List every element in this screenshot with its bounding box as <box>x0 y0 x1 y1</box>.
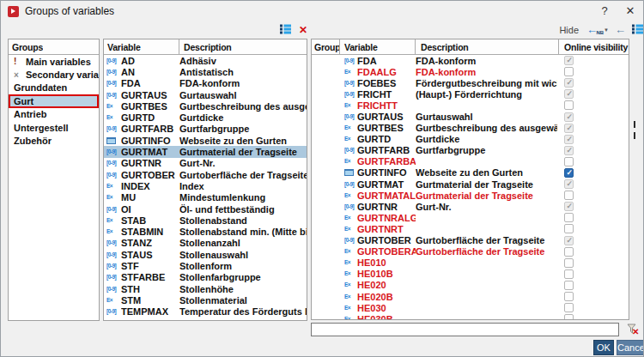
group-variable-row[interactable]: [0-9]FDAFDA-konform <box>312 55 629 66</box>
group-variable-row[interactable]: E×FRICHTT <box>312 100 629 111</box>
online-visibility-checkbox[interactable] <box>564 247 574 257</box>
online-visibility-checkbox[interactable] <box>564 89 574 99</box>
variable-row[interactable]: E×GURTBESGurtbeschreibung des ausgewählt… <box>104 100 307 112</box>
online-visibility-cell <box>557 157 629 166</box>
online-visibility-checkbox[interactable] <box>564 281 574 290</box>
online-visibility-checkbox[interactable] <box>564 258 574 268</box>
group-variable-row[interactable]: E×GURTNRALG <box>312 212 629 223</box>
move-left-nb-icon[interactable]: ←NB <box>586 25 598 35</box>
online-visibility-checkbox[interactable] <box>564 135 574 144</box>
online-visibility-checkbox[interactable] <box>564 314 574 319</box>
filter-input[interactable] <box>311 323 619 336</box>
group-variable-row[interactable]: [0-9]FOEBESFördergutbeschreibung mit wic… <box>312 77 629 88</box>
online-visibility-checkbox[interactable] <box>564 100 574 110</box>
variable-row[interactable]: [0-9]TEMPMAXTemperatur des Förderguts bi… <box>104 306 307 318</box>
online-visibility-checkbox[interactable] <box>564 191 574 200</box>
online-visibility-checkbox[interactable] <box>564 157 574 166</box>
close-button[interactable]: ✕ <box>617 1 643 21</box>
group-variable-row[interactable]: E×GURTBESGurtbeschreibung des ausgewählt… <box>312 123 629 134</box>
variable-row[interactable]: [0-9]STFARBEStollenfarbgruppe <box>104 272 307 283</box>
variable-row[interactable]: E×STABMINStollenabstand min. (Mitte bis … <box>104 226 307 237</box>
group-variable-row[interactable]: E×HE030 <box>312 302 629 313</box>
group-variable-row[interactable]: E×HE010 <box>312 257 629 269</box>
group-variable-row[interactable]: E×HE020 <box>312 280 629 291</box>
variable-row[interactable]: [0-9]STAUSStollenauswahl <box>104 249 307 260</box>
variable-row[interactable]: [0-9]STANZStollenanzahl <box>104 238 307 249</box>
variable-row[interactable]: GURTINFOWebseite zu den Gurten <box>104 135 307 146</box>
group-item-grunddaten[interactable]: Grunddaten <box>9 82 99 94</box>
online-visibility-checkbox[interactable] <box>564 292 574 301</box>
online-visibility-checkbox[interactable] <box>564 78 574 88</box>
move-left-icon[interactable]: ← <box>615 25 626 35</box>
group-variable-row[interactable]: [0-9]GURTOBERGurtoberfläche der Tragseit… <box>312 235 629 246</box>
online-visibility-checkbox[interactable] <box>564 224 574 233</box>
online-visibility-checkbox[interactable] <box>564 56 574 65</box>
variable-row[interactable]: [0-9]GURTAUSGurtauswahl <box>104 89 307 100</box>
online-visibility-checkbox[interactable] <box>564 124 574 133</box>
variable-row[interactable]: E×INDEXIndex <box>104 180 307 191</box>
scrollbar-mark[interactable] <box>634 121 635 128</box>
variable-row[interactable]: [0-9]GURTOBERGurtoberfläche der Tragseit… <box>104 169 307 180</box>
group-variable-row[interactable]: E×GURTDGurtdicke <box>312 134 629 145</box>
online-visibility-checkbox[interactable] <box>564 269 574 279</box>
chevron-down-icon[interactable]: ▼ <box>604 27 609 33</box>
cancel-button[interactable]: Cancel <box>617 340 644 355</box>
variable-row[interactable]: E×STMStollenmaterial <box>104 294 307 306</box>
variable-name: GURTNR <box>121 158 179 168</box>
variable-row[interactable]: [0-9]ANAntistatisch <box>104 66 307 77</box>
group-item-untergestell[interactable]: Untergestell <box>9 121 99 134</box>
variable-row[interactable]: [0-9]GURTNRGurt-Nr. <box>104 158 307 169</box>
group-variable-row[interactable]: [0-9]GURTAUSGurtauswahl <box>312 111 629 122</box>
group-item-antrieb[interactable]: Antrieb <box>9 108 99 121</box>
variable-row[interactable]: [0-9]ADAdhäsiv <box>104 55 307 66</box>
variable-row[interactable]: [0-9]STFStollenform <box>104 260 307 271</box>
group-variable-row[interactable]: [0-9]GURTMATGurtmaterial der Tragseite <box>312 178 629 190</box>
group-variable-row[interactable]: GURTINFOWebseite zu den Gurten <box>312 167 629 178</box>
online-visibility-checkbox[interactable] <box>564 236 574 245</box>
delete-icon[interactable]: ✕ <box>299 25 307 35</box>
online-visibility-checkbox[interactable] <box>564 146 574 155</box>
group-variable-row[interactable]: E×HE020B <box>312 291 629 302</box>
clear-filter-icon[interactable]: ✕ <box>625 322 640 336</box>
online-visibility-cell <box>557 191 629 200</box>
formula-variable-icon: E× <box>106 194 112 201</box>
online-visibility-checkbox[interactable] <box>564 303 574 312</box>
variable-row[interactable]: E×GURTDGurtdicke <box>104 112 307 123</box>
variable-row[interactable]: [0-9]FDAFDA-konform <box>104 78 307 89</box>
group-item-zubeh-r[interactable]: Zubehör <box>9 134 99 147</box>
group-variable-row[interactable]: E×FDAALGFDA-konform <box>312 66 629 77</box>
variable-name: GURTFARB <box>357 145 416 155</box>
group-variable-row[interactable]: E×HE010B <box>312 269 629 280</box>
variable-row[interactable]: [0-9]STHStollenhöhe <box>104 283 307 294</box>
ok-button[interactable]: OK <box>593 340 614 355</box>
online-visibility-checkbox[interactable] <box>564 67 574 76</box>
variable-row[interactable]: E×STABStollenabstand <box>104 215 307 226</box>
group-variable-row[interactable]: [0-9]FRICHT(Haupt-) Förderrichtung <box>312 88 629 100</box>
details-view-icon[interactable] <box>632 22 643 38</box>
online-visibility-checkbox[interactable] <box>564 202 574 211</box>
group-variable-row[interactable]: [0-9]GURTNRGurt-Nr. <box>312 201 629 212</box>
online-visibility-checkbox[interactable] <box>564 213 574 222</box>
group-item-secondary-variables[interactable]: ×Secondary variables <box>9 68 99 81</box>
variable-row[interactable]: E×MUMindestumlenkung <box>104 192 307 203</box>
online-visibility-checkbox[interactable] <box>564 112 574 122</box>
variable-row[interactable]: [0-9]OIÖl- und fettbeständig <box>104 203 307 215</box>
group-variable-row[interactable]: E×GURTMATALGGurtmaterial der Tragseite <box>312 190 629 201</box>
group-item-main-variables[interactable]: !Main variables <box>9 55 99 68</box>
group-item-gurt[interactable]: Gurt <box>9 94 99 107</box>
variable-row[interactable]: [0-9]GURTFARBGurtfarbgruppe <box>104 124 307 135</box>
group-variable-row[interactable]: E×GURTNRT <box>312 223 629 234</box>
group-variable-row[interactable]: E×HE030B <box>312 313 629 319</box>
group-variable-row[interactable]: E×GURTOBERALGGurtoberfläche der Tragseit… <box>312 246 629 257</box>
details-view-icon[interactable] <box>280 22 291 38</box>
group-variable-row[interactable]: [0-9]GURTFARBGurtfarbgruppe <box>312 145 629 156</box>
group-variable-row[interactable]: E×GURTFARBALG <box>312 156 629 167</box>
help-button[interactable]: ? <box>592 1 617 21</box>
variable-name: GURTBES <box>357 123 416 133</box>
icon-cell: [0-9] <box>104 172 121 178</box>
online-visibility-checkbox[interactable] <box>564 168 574 178</box>
scrollbar-mark[interactable] <box>634 132 635 139</box>
variable-row[interactable]: [0-9]GURTMATGurtmaterial der Tragseite <box>104 146 307 157</box>
online-visibility-checkbox[interactable] <box>564 179 574 189</box>
variable-description: Gurtoberfläche der Tragseite <box>416 235 557 245</box>
